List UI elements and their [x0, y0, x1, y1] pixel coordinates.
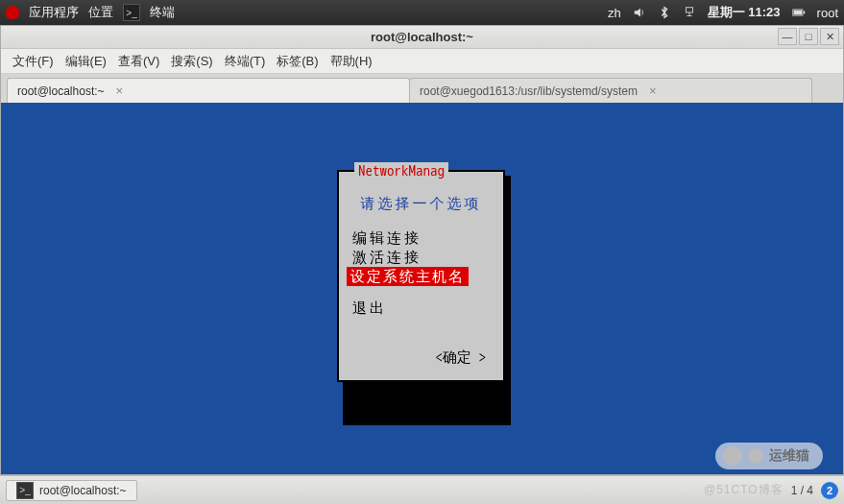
taskbar-entry-title: root@localhost:~ — [39, 484, 127, 497]
clock[interactable]: 星期一 11:23 — [708, 4, 781, 21]
places-menu[interactable]: 位置 — [88, 4, 113, 21]
watermark-text: 运维猫 — [769, 447, 809, 465]
menu-help[interactable]: 帮助(H) — [326, 51, 376, 72]
tab-inactive-title: root@xuegod1613:/usr/lib/systemd/system — [420, 84, 638, 98]
notification-badge[interactable]: 2 — [821, 482, 838, 499]
gnome-top-panel: 应用程序 位置 >_ 终端 zh 星期一 11:23 root — [0, 0, 844, 25]
user-menu[interactable]: root — [817, 6, 838, 20]
menu-file[interactable]: 文件(F) — [9, 51, 58, 72]
menu-terminal[interactable]: 终端(T) — [221, 51, 270, 72]
terminal-app-icon[interactable]: >_ — [123, 4, 140, 21]
terminal-viewport[interactable]: NetworkManag 请选择一个选项 编辑连接 激活连接 设定系统主机名 退… — [1, 103, 843, 474]
battery-icon[interactable] — [792, 6, 806, 19]
applications-menu[interactable]: 应用程序 — [29, 4, 79, 21]
distro-icon — [6, 6, 19, 19]
watermark-pill: 运维猫 — [715, 443, 823, 469]
tab-bar: root@localhost:~ × root@xuegod1613:/usr/… — [1, 74, 843, 103]
tab-active-title: root@localhost:~ — [17, 84, 105, 98]
svg-rect-2 — [793, 11, 802, 15]
ime-indicator[interactable]: zh — [608, 6, 621, 20]
close-button[interactable]: ✕ — [820, 28, 839, 45]
ok-button[interactable]: <确定 > — [339, 345, 503, 367]
menu-edit[interactable]: 编辑(E) — [61, 51, 110, 72]
option-set-hostname[interactable]: 设定系统主机名 — [347, 267, 469, 286]
minimize-button[interactable]: ― — [778, 28, 797, 45]
maximize-button[interactable]: □ — [799, 28, 818, 45]
taskbar-entry[interactable]: >_ root@localhost:~ — [6, 480, 137, 501]
option-activate-connection[interactable]: 激活连接 — [339, 248, 503, 267]
terminal-icon: >_ — [16, 482, 34, 499]
paw-icon — [723, 446, 742, 466]
workspace-pager[interactable]: 1 / 4 — [791, 484, 813, 497]
menubar: 文件(F) 编辑(E) 查看(V) 搜索(S) 终端(T) 标签(B) 帮助(H… — [1, 49, 843, 74]
window-title: root@localhost:~ — [371, 30, 473, 44]
tab-close-icon[interactable]: × — [116, 84, 124, 98]
tab-active[interactable]: root@localhost:~ × — [7, 78, 410, 103]
terminal-window: root@localhost:~ ― □ ✕ 文件(F) 编辑(E) 查看(V)… — [0, 25, 844, 475]
svg-rect-0 — [686, 8, 692, 12]
paw-icon — [748, 448, 763, 464]
tab-close-icon[interactable]: × — [649, 84, 657, 98]
dialog-prompt: 请选择一个选项 — [339, 195, 503, 213]
nmtui-dialog: NetworkManag 请选择一个选项 编辑连接 激活连接 设定系统主机名 退… — [337, 170, 505, 382]
menu-view[interactable]: 查看(V) — [114, 51, 163, 72]
menu-tabs[interactable]: 标签(B) — [273, 51, 322, 72]
bottom-taskbar: >_ root@localhost:~ @51CTO博客 1 / 4 2 — [0, 475, 844, 504]
menu-search[interactable]: 搜索(S) — [167, 51, 216, 72]
option-quit[interactable]: 退出 — [339, 300, 503, 318]
window-titlebar[interactable]: root@localhost:~ ― □ ✕ — [1, 26, 843, 49]
bluetooth-icon[interactable] — [658, 6, 671, 19]
option-edit-connection[interactable]: 编辑连接 — [339, 228, 503, 248]
volume-icon[interactable] — [633, 6, 646, 19]
watermark-faint: @51CTO博客 — [704, 482, 784, 498]
network-icon[interactable] — [683, 6, 696, 19]
running-app-label[interactable]: 终端 — [150, 4, 175, 21]
tab-inactive[interactable]: root@xuegod1613:/usr/lib/systemd/system … — [409, 78, 812, 103]
svg-rect-3 — [803, 11, 805, 13]
dialog-title: NetworkManag — [354, 162, 448, 180]
